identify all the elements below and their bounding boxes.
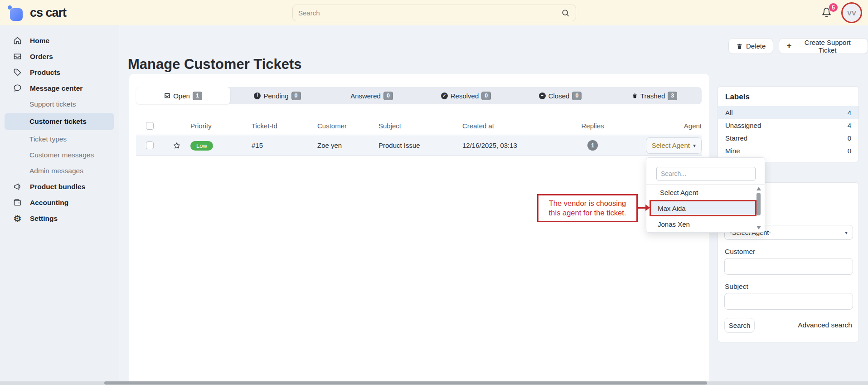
sidebar-item-support-tickets[interactable]: Support tickets [0, 96, 119, 112]
agent-option-none[interactable]: -Select Agent- [646, 185, 765, 199]
label-name: Unassigned [725, 122, 761, 129]
col-header-agent[interactable]: Agent [628, 122, 702, 130]
delete-button[interactable]: Delete [728, 38, 773, 54]
row-checkbox[interactable] [146, 141, 154, 149]
sidebar-item-message-center[interactable]: Message center [0, 80, 119, 96]
col-header-subject[interactable]: Subject [378, 122, 462, 130]
select-agent-dropdown: -Select Agent- Max Aida Jonas Xen [646, 157, 765, 233]
agent-option-max-aida[interactable]: Max Aida [650, 200, 756, 216]
dropdown-scrollbar[interactable] [756, 187, 762, 229]
tab-count-badge: 3 [668, 92, 677, 100]
select-agent-button-label: Select Agent [652, 141, 690, 149]
tab-count-badge: 0 [291, 92, 301, 100]
col-header-priority[interactable]: Priority [190, 122, 252, 130]
col-header-ticket-id[interactable]: Ticket-Id [252, 122, 317, 130]
sidebar-item-label: Support tickets [29, 100, 76, 108]
sidebar-item-ticket-types[interactable]: Ticket types [0, 131, 119, 147]
tab-resolved[interactable]: ✓ Resolved 0 [419, 87, 513, 104]
ticket-customer: Zoe yen [317, 141, 378, 149]
col-header-customer[interactable]: Customer [317, 122, 378, 130]
sidebar-item-label: Product bundles [30, 183, 85, 191]
sidebar-item-orders[interactable]: Orders [0, 49, 119, 64]
label-count: 4 [848, 122, 851, 129]
ticket-created-at: 12/16/2025, 03:13 [462, 141, 558, 149]
label-name: Starred [725, 134, 747, 142]
search-button[interactable]: Search [724, 318, 755, 333]
minus-circle-icon: − [539, 93, 546, 99]
label-filter-mine[interactable]: Mine 0 [718, 144, 858, 157]
sidebar-item-customer-tickets[interactable]: Customer tickets [5, 113, 114, 130]
select-agent-button[interactable]: Select Agent ▾ [646, 137, 702, 154]
tab-label: Closed [548, 92, 570, 100]
plus-icon: + [786, 41, 791, 50]
scroll-down-arrow[interactable] [756, 226, 761, 229]
star-icon[interactable] [173, 141, 181, 150]
create-support-ticket-button[interactable]: + Create Support Ticket [779, 38, 868, 54]
logo-text: cs cart [30, 6, 66, 20]
tab-label: Resolved [451, 92, 479, 100]
horizontal-scrollbar-thumb[interactable] [104, 381, 707, 385]
trash-icon [736, 43, 743, 50]
table-header-row: Priority Ticket-Id Customer Subject Crea… [136, 117, 702, 134]
sidebar-item-label: Accounting [30, 199, 68, 207]
home-icon [13, 36, 22, 45]
col-header-replies[interactable]: Replies [558, 122, 628, 130]
select-all-checkbox[interactable] [146, 122, 154, 130]
sidebar-item-products[interactable]: Products [0, 64, 119, 80]
tab-closed[interactable]: − Closed 0 [513, 87, 607, 104]
tab-label: Open [173, 92, 190, 100]
sidebar-nav: Home Orders Products Message center Supp… [0, 25, 119, 381]
annotation-text-line1: The vendor is choosing [549, 199, 626, 208]
sidebar-item-product-bundles[interactable]: Product bundles [0, 179, 119, 195]
sidebar-item-home[interactable]: Home [0, 33, 119, 49]
label-count: 4 [848, 109, 851, 117]
priority-badge: Low [190, 141, 213, 151]
label-count: 0 [848, 147, 851, 155]
advanced-search-link[interactable]: Advanced search [798, 321, 852, 329]
avatar-initials: VV [847, 9, 856, 17]
caret-down-icon: ▾ [693, 142, 696, 149]
annotation-arrow-head [645, 205, 650, 211]
tab-label: Answered [350, 92, 381, 100]
label-filter-all[interactable]: All 4 [718, 106, 858, 119]
sidebar-item-accounting[interactable]: Accounting [0, 195, 119, 210]
global-search [292, 5, 576, 21]
replies-count-badge: 1 [587, 140, 598, 151]
cscart-logo[interactable]: cs cart [10, 5, 66, 21]
exclamation-circle-icon: ! [254, 93, 261, 99]
sidebar-item-admin-messages[interactable]: Admin messages [0, 163, 119, 179]
label-filter-unassigned[interactable]: Unassigned 4 [718, 119, 858, 132]
cscart-logo-icon [10, 6, 24, 21]
search-icon[interactable] [561, 9, 570, 18]
tab-label: Pending [263, 92, 288, 100]
tab-trashed[interactable]: Trashed 3 [607, 87, 702, 104]
scrollbar-thumb[interactable] [756, 193, 761, 215]
ticket-id: #15 [252, 141, 317, 149]
tab-answered[interactable]: Answered 0 [325, 87, 419, 104]
tab-pending[interactable]: ! Pending 0 [230, 87, 325, 104]
labels-panel: Labels All 4 Unassigned 4 Starred 0 Mine… [718, 86, 859, 162]
user-avatar[interactable]: VV [841, 2, 862, 23]
scroll-up-arrow[interactable] [756, 187, 761, 190]
label-filter-starred[interactable]: Starred 0 [718, 132, 858, 144]
sidebar-item-label: Products [30, 68, 60, 77]
sidebar-item-label: Settings [30, 214, 58, 223]
sidebar-item-settings[interactable]: ⚙ Settings [0, 210, 119, 226]
agent-option-jonas-xen[interactable]: Jonas Xen [646, 217, 765, 231]
tab-open[interactable]: Open 1 [136, 87, 230, 104]
ticket-subject: Product Issue [378, 141, 462, 149]
tab-count-badge: 1 [193, 92, 202, 100]
agent-dropdown-search-input[interactable] [656, 167, 756, 180]
annotation-callout: The vendor is choosing this agent for th… [537, 194, 638, 222]
notifications-bell[interactable]: 5 [820, 6, 834, 20]
customer-field[interactable] [724, 258, 853, 275]
page-title: Manage Customer Tickets [128, 56, 302, 73]
inbox-icon [164, 93, 170, 99]
annotation-arrow-shaft [638, 207, 646, 209]
global-search-input[interactable] [298, 9, 561, 17]
col-header-created-at[interactable]: Created at [462, 122, 558, 130]
gear-icon: ⚙ [13, 214, 22, 223]
subject-field[interactable] [724, 293, 853, 310]
sidebar-item-customer-messages[interactable]: Customer messages [0, 147, 119, 163]
label-name: Mine [725, 147, 740, 155]
